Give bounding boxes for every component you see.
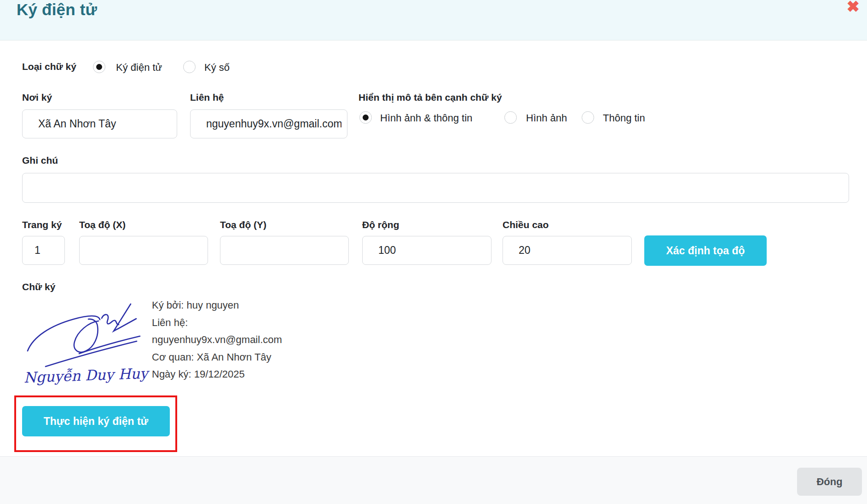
thuc-hien-ky-button[interactable]: Thực hiện ký điện tử: [22, 406, 170, 436]
do-rong-label: Độ rộng: [362, 219, 399, 230]
close-icon[interactable]: ✖: [847, 0, 860, 16]
modal-title: Ký điện tử: [17, 0, 97, 19]
noi-ky-label: Nơi ký: [22, 92, 52, 103]
toa-do-y-input[interactable]: [220, 236, 349, 265]
radio-ky-dien-tu-label[interactable]: Ký điện tử: [116, 62, 162, 74]
radio-thong-tin[interactable]: [582, 111, 594, 124]
signature-info-line: nguyenhuy9x.vn@gmail.com: [152, 331, 294, 349]
signature-info-line: Cơ quan: Xã An Nhơn Tây: [152, 349, 294, 366]
radio-ky-so-label[interactable]: Ký số: [204, 62, 230, 74]
toa-do-y-label: Toạ độ (Y): [220, 219, 266, 230]
signature-info-line: Ngày ký: 19/12/2025: [152, 366, 294, 383]
radio-hinh-anh-thong-tin-label[interactable]: Hình ảnh & thông tin: [380, 112, 473, 124]
trang-ky-label: Trang ký: [22, 219, 62, 230]
radio-thong-tin-label[interactable]: Thông tin: [603, 112, 645, 124]
noi-ky-input[interactable]: [22, 109, 177, 138]
signature-info: Ký bởi: huy nguyen Liên hệ: nguyenhuy9x.…: [152, 297, 294, 386]
signature-image: Nguyễn Duy Huy: [20, 298, 151, 388]
lien-he-label: Liên hệ: [190, 92, 224, 103]
display-mode-label: Hiển thị mô tả bên cạnh chữ ký: [358, 92, 502, 103]
modal-footer: Đóng: [0, 456, 867, 504]
radio-hinh-anh[interactable]: [504, 111, 517, 124]
chieu-cao-input[interactable]: [503, 236, 632, 265]
lien-he-input[interactable]: [190, 109, 347, 138]
radio-ky-dien-tu[interactable]: [93, 61, 105, 73]
ghi-chu-label: Ghi chú: [22, 155, 58, 166]
signature-name-script: Nguyễn Duy Huy: [23, 365, 150, 386]
chu-ky-label: Chữ ký: [22, 281, 55, 292]
chieu-cao-label: Chiều cao: [503, 219, 549, 230]
ghi-chu-textarea[interactable]: [22, 173, 849, 203]
xac-dinh-toa-do-button[interactable]: Xác định tọa độ: [644, 235, 767, 266]
toa-do-x-input[interactable]: [79, 236, 208, 265]
signature-type-label: Loại chữ ký: [22, 61, 76, 72]
signature-info-line: Liên hệ:: [152, 314, 294, 332]
sign-electronic-modal: Ký điện tử ✖ Loại chữ ký Ký điện tử Ký s…: [0, 0, 867, 504]
radio-hinh-anh-thong-tin[interactable]: [359, 111, 372, 124]
radio-ky-so[interactable]: [183, 61, 196, 73]
signature-info-line: Ký bởi: huy nguyen: [152, 297, 294, 314]
toa-do-x-label: Toạ độ (X): [79, 219, 126, 230]
modal-header: Ký điện tử ✖: [0, 0, 867, 40]
do-rong-input[interactable]: [362, 236, 491, 265]
trang-ky-input[interactable]: [22, 236, 65, 265]
dong-button[interactable]: Đóng: [797, 468, 862, 496]
radio-hinh-anh-label[interactable]: Hình ảnh: [526, 112, 567, 124]
